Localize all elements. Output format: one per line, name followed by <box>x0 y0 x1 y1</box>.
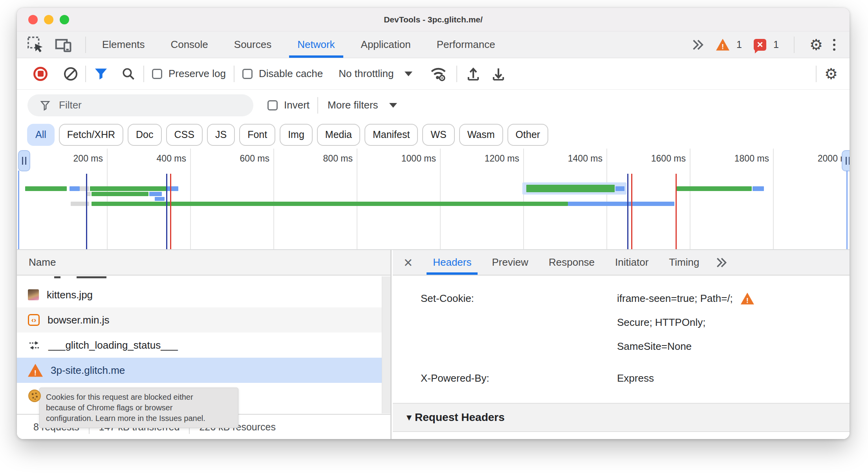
chip-wasm[interactable]: Wasm <box>459 124 503 146</box>
timeline-gridline <box>690 149 690 249</box>
tab-network[interactable]: Network <box>284 31 348 58</box>
request-row-3p-site-glitch-me[interactable]: 3p-site.glitch.me <box>17 358 390 383</box>
authority-header-row: :authority: 3p-site.glitch.me <box>393 438 850 439</box>
timeline-gridline <box>190 149 191 249</box>
chip-manifest[interactable]: Manifest <box>364 124 418 146</box>
chip-font[interactable]: Font <box>239 124 275 146</box>
filter-funnel-icon[interactable] <box>94 67 108 81</box>
preserve-log-label[interactable]: Preserve log <box>168 68 226 80</box>
request-row-bowser-min-js[interactable]: ‹›bowser.min.js <box>17 307 390 333</box>
details-tab-bar: × HeadersPreviewResponseInitiatorTiming <box>393 250 850 276</box>
chip-other[interactable]: Other <box>507 124 549 146</box>
chip-all[interactable]: All <box>27 124 55 146</box>
disable-cache-checkbox[interactable] <box>242 69 253 79</box>
details-tab-response[interactable]: Response <box>549 250 595 275</box>
tab-application[interactable]: Application <box>348 31 424 58</box>
load-event-line <box>676 174 677 249</box>
invert-label[interactable]: Invert <box>284 99 309 111</box>
close-details-icon[interactable]: × <box>404 255 412 270</box>
more-tabs-icon[interactable] <box>691 38 705 51</box>
cookies-blocked-tooltip: Cookies for this request are blocked eit… <box>39 388 238 428</box>
chip-img[interactable]: Img <box>280 124 313 146</box>
chip-js[interactable]: JS <box>207 124 235 146</box>
kebab-menu-icon[interactable] <box>830 39 839 51</box>
import-har-icon[interactable] <box>465 66 482 82</box>
disable-cache-label[interactable]: Disable cache <box>259 68 323 80</box>
waterfall-bar <box>70 186 80 191</box>
error-count[interactable]: 1 <box>773 39 779 50</box>
name-column-header[interactable]: Name <box>17 250 390 276</box>
waterfall-bar <box>90 186 166 191</box>
preserve-log-checkbox[interactable] <box>152 69 162 79</box>
search-icon[interactable] <box>121 67 136 81</box>
more-filters-label[interactable]: More filters <box>328 99 378 111</box>
set-cookie-value-line: Secure; HTTPOnly; <box>617 311 754 334</box>
chip-doc[interactable]: Doc <box>128 124 161 146</box>
clear-network-log-button[interactable] <box>64 67 77 81</box>
throttling-dropdown-arrow[interactable] <box>405 72 412 76</box>
waterfall-bar <box>155 197 165 201</box>
request-row--glitch-loading-status-[interactable]: ___glitch_loading_status___ <box>17 333 390 358</box>
more-details-tabs-icon[interactable] <box>715 256 728 269</box>
chip-ws[interactable]: WS <box>422 124 454 146</box>
request-name: bowser.min.js <box>48 314 110 326</box>
inspect-element-icon[interactable] <box>27 36 44 53</box>
warning-count[interactable]: 1 <box>736 39 742 50</box>
device-toolbar-icon[interactable] <box>55 36 73 53</box>
script-file-icon: ‹› <box>28 314 40 326</box>
export-har-icon[interactable] <box>490 66 507 82</box>
tab-sources[interactable]: Sources <box>221 31 284 58</box>
header-name: :authority: <box>421 438 617 439</box>
request-headers-section[interactable]: ▼ Request Headers <box>393 403 850 432</box>
invert-checkbox[interactable] <box>267 100 278 110</box>
throttling-select-value[interactable]: No throttling <box>339 68 394 80</box>
overview-left-handle[interactable] <box>18 150 30 171</box>
request-list-scrollbar[interactable] <box>382 276 390 414</box>
network-settings-gear-icon[interactable]: ⚙ <box>824 66 838 81</box>
waterfall-bar <box>615 186 624 191</box>
details-tab-preview[interactable]: Preview <box>492 250 528 275</box>
details-tab-initiator[interactable]: Initiator <box>615 250 648 275</box>
tooltip-line: Cookies for this request are blocked eit… <box>46 392 232 402</box>
timeline-tick-label: 600 ms <box>240 153 269 164</box>
chip-media[interactable]: Media <box>317 124 360 146</box>
chip-fetch-xhr[interactable]: Fetch/XHR <box>59 124 123 146</box>
tab-console[interactable]: Console <box>157 31 221 58</box>
cookie-warning-icon[interactable] <box>741 293 754 305</box>
network-toolbar: Preserve log Disable cache No throttling… <box>17 58 850 90</box>
request-name: kittens.jpg <box>47 289 93 301</box>
header-name: X-Powered-By: <box>421 366 617 390</box>
network-overview-waterfall[interactable]: 200 ms400 ms600 ms800 ms1000 ms1200 ms14… <box>17 149 850 249</box>
set-cookie-value-line: iframe-seen=true; Path=/; <box>617 287 754 311</box>
request-row-kittens-jpg[interactable]: kittens.jpg <box>17 282 390 307</box>
waterfall-bar <box>25 186 67 191</box>
timeline-gridline <box>107 149 108 249</box>
filter-row: Filter Invert More filters <box>17 90 850 121</box>
tab-elements[interactable]: Elements <box>89 31 157 58</box>
overview-right-handle[interactable] <box>842 150 850 171</box>
tabbar-divider <box>794 37 795 53</box>
cookie-icon <box>28 389 41 402</box>
tab-performance[interactable]: Performance <box>424 31 508 58</box>
issues-warning-icon[interactable] <box>716 39 729 51</box>
timeline-tick-label: 1800 ms <box>734 153 769 164</box>
settings-gear-icon[interactable]: ⚙ <box>809 37 823 52</box>
collapse-triangle-icon[interactable]: ▼ <box>407 414 412 421</box>
chip-css[interactable]: CSS <box>166 124 203 146</box>
details-tab-headers[interactable]: Headers <box>433 250 471 275</box>
network-conditions-icon[interactable] <box>428 64 449 83</box>
header-name: Set-Cookie: <box>421 287 617 358</box>
record-network-log-button[interactable] <box>33 67 48 81</box>
filter-input[interactable]: Filter <box>27 94 253 116</box>
header-value: Express <box>617 366 654 390</box>
timeline-gridline <box>357 149 357 249</box>
filter-placeholder: Filter <box>59 99 82 111</box>
more-filters-dropdown-arrow[interactable] <box>389 103 397 108</box>
details-tab-timing[interactable]: Timing <box>669 250 699 275</box>
waterfall-bar <box>92 192 148 196</box>
dom-content-loaded-event-line <box>86 174 87 249</box>
header-value: Secure; HTTPOnly; <box>617 311 705 334</box>
section-title: Request Headers <box>415 411 505 424</box>
network-panels: Name kittens.jpg‹›bowser.min.js___glitch… <box>17 249 850 439</box>
console-error-icon[interactable] <box>754 39 766 51</box>
